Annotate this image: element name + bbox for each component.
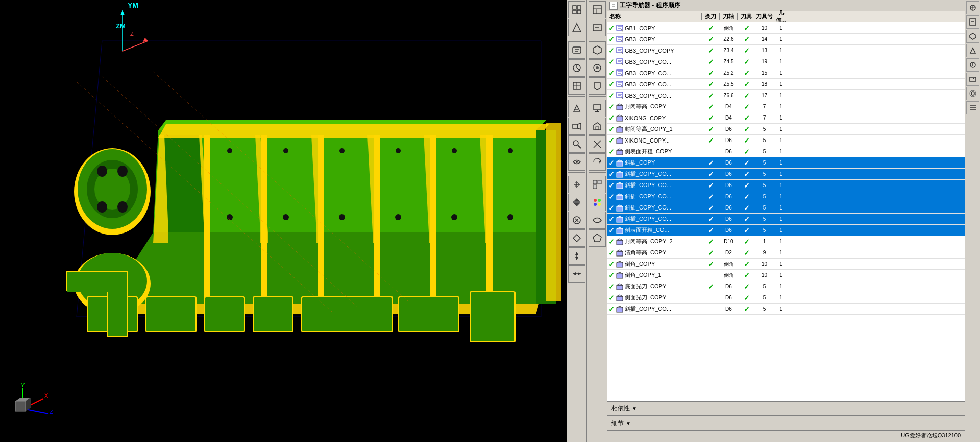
tb-btn-13[interactable] [568, 229, 585, 247]
far-btn-7[interactable] [966, 87, 979, 100]
toolbar-left [567, 0, 587, 442]
table-row[interactable]: ✓ 斜插_COPY_CO... ✓ D6 ✓ 5 1 [607, 214, 965, 225]
cell-geom: 1 [773, 239, 789, 244]
table-row[interactable]: ✓ GB3_COPY_COPY ✓ Z3.4 ✓ 13 1 [607, 45, 965, 56]
3d-viewport[interactable]: YM ZM Z X Y Z [0, 0, 567, 442]
tb-btn-2[interactable] [568, 19, 585, 36]
table-row[interactable]: ✓ 倒角_COPY ✓ 倒角 ✓ 10 1 [607, 259, 965, 270]
table-row[interactable]: ✓ 封闭等高_COPY_2 ✓ D10 ✓ 1 1 [607, 236, 965, 247]
cell-name: ✓ 清角等高_COPY [607, 249, 702, 257]
tb-btn-6[interactable] [568, 100, 585, 117]
row-type-icon [616, 80, 624, 88]
table-row[interactable]: ✓ 侧面光刀_COPY D6 ✓ 5 1 [607, 292, 965, 304]
cell-geom: 1 [773, 205, 789, 211]
table-row[interactable]: ✓ 侧表面开粗_CO... ✓ D6 ✓ 5 1 [607, 225, 965, 236]
row-type-icon [616, 181, 624, 190]
cell-geom: 1 [773, 171, 789, 177]
trb-btn-5[interactable] [589, 77, 606, 95]
tb-btn-9[interactable] [568, 153, 585, 171]
table-row[interactable]: ✓ 清角等高_COPY ✓ D2 ✓ 9 1 [607, 247, 965, 259]
table-row[interactable]: ✓ GB3_COPY_CO... ✓ Z6.6 ✓ 17 1 [607, 90, 965, 101]
table-row[interactable]: ✓ 封闭等高_COPY_1 ✓ D6 ✓ 5 1 [607, 124, 965, 135]
trb-btn-2[interactable] [589, 19, 606, 36]
table-row[interactable]: ✓ 底面光刀_COPY ✓ D6 ✓ 5 1 [607, 281, 965, 292]
tb-btn-1[interactable] [568, 1, 585, 18]
far-btn-5[interactable] [966, 58, 979, 72]
switch-check: ✓ [708, 159, 714, 167]
svg-marker-32 [546, 123, 561, 301]
svg-line-97 [577, 68, 579, 70]
table-row[interactable]: ✓ 斜插_COPY_CO... ✓ D6 ✓ 5 1 [607, 191, 965, 202]
svg-point-43 [227, 214, 233, 220]
tb-btn-8[interactable] [568, 135, 585, 153]
far-btn-3[interactable] [966, 30, 979, 43]
table-row[interactable]: ✓ GB3_COPY_CO... ✓ Z5.5 ✓ 18 1 [607, 79, 965, 90]
cell-tool: ✓ [738, 80, 755, 88]
tb-btn-12[interactable] [568, 212, 585, 229]
trb-btn-6[interactable] [589, 100, 606, 117]
trb-btn-8[interactable] [589, 135, 606, 153]
table-row[interactable]: ✓ GB1_COPY ✓ 倒角 ✓ 10 1 [607, 22, 965, 34]
cell-tool: ✓ [738, 91, 755, 100]
far-btn-6[interactable] [966, 73, 979, 86]
far-btn-4[interactable] [966, 44, 979, 57]
trb-btn-13[interactable] [589, 229, 606, 247]
trb-btn-7[interactable] [589, 118, 606, 135]
dependency-section[interactable]: 相依性 ▼ [607, 402, 965, 416]
tb-btn-7[interactable] [568, 118, 585, 135]
svg-rect-87 [573, 6, 576, 9]
trb-btn-11[interactable] [589, 194, 606, 211]
table-row[interactable]: ✓ 斜插_COPY_CO... ✓ D6 ✓ 5 1 [607, 180, 965, 191]
cell-tool: ✓ [738, 69, 755, 77]
table-row[interactable]: ✓ 斜插_COPY_CO... D6 ✓ 5 1 [607, 304, 965, 315]
trb-btn-1[interactable] [589, 1, 606, 18]
cell-toolno: 5 [755, 306, 773, 312]
cell-blade: D6 [720, 182, 738, 188]
cell-name: ✓ GB3_COPY_COPY [607, 46, 702, 55]
far-btn-2[interactable] [966, 15, 979, 29]
trb-btn-3[interactable] [589, 41, 606, 59]
operation-name: GB3_COPY_CO... [625, 59, 671, 65]
detail-section[interactable]: 细节 ▼ [607, 416, 965, 430]
table-row[interactable]: ✓ 封闭等高_COPY ✓ D4 ✓ 7 1 [607, 101, 965, 112]
col-toolno-header[interactable]: 刀具号 [755, 13, 773, 20]
col-tool-header[interactable]: 刀具 [738, 13, 755, 20]
active-check: ✓ [608, 114, 615, 122]
table-row[interactable]: ✓ 斜插_COPY_CO... ✓ D6 ✓ 5 1 [607, 169, 965, 180]
svg-point-48 [507, 214, 513, 220]
col-switch-header[interactable]: 换刀 [702, 13, 720, 20]
cell-blade: D6 [720, 194, 738, 199]
svg-marker-30 [158, 124, 549, 138]
trb-btn-12[interactable] [589, 212, 606, 229]
trb-btn-4[interactable] [589, 59, 606, 77]
far-btn-1[interactable] [966, 1, 979, 14]
trb-btn-10[interactable] [589, 176, 606, 193]
cell-name: ✓ GB3_COPY_CO... [607, 80, 702, 88]
tb-btn-11[interactable] [568, 194, 585, 211]
table-row[interactable]: ✓ XIKONG_COPY... ✓ D6 ✓ 5 1 [607, 135, 965, 146]
operation-name: 底面光刀_COPY [625, 283, 666, 290]
table-row[interactable]: ✓ GB3_COPY_CO... ✓ Z5.2 ✓ 15 1 [607, 67, 965, 79]
tb-btn-15[interactable] [568, 265, 585, 283]
row-type-icon [616, 238, 624, 246]
table-row[interactable]: ✓ 侧表面开粗_COPY D6 ✓ 5 1 [607, 146, 965, 157]
table-row[interactable]: ✓ XIKONG_COPY ✓ D4 ✓ 7 1 [607, 112, 965, 124]
table-row[interactable]: ✓ 倒角_COPY_1 倒角 ✓ 10 1 [607, 270, 965, 281]
row-type-icon [616, 91, 624, 100]
operation-table[interactable]: ✓ GB1_COPY ✓ 倒角 ✓ 10 1 ✓ GB3_COPY ✓ Z2.6… [607, 22, 965, 401]
trb-btn-9[interactable] [589, 153, 606, 171]
table-row[interactable]: ✓ GB3_COPY_CO... ✓ Z4.5 ✓ 19 1 [607, 56, 965, 67]
col-geom-header[interactable]: 几何... [773, 9, 789, 25]
tb-btn-10[interactable] [568, 176, 585, 193]
table-row[interactable]: ✓ 斜插_COPY ✓ D6 ✓ 5 1 [607, 157, 965, 169]
tb-btn-14[interactable] [568, 247, 585, 265]
far-btn-8[interactable] [966, 101, 979, 114]
tb-btn-4[interactable] [568, 59, 585, 77]
table-row[interactable]: ✓ GB3_COPY ✓ Z2.6 ✓ 14 1 [607, 34, 965, 45]
table-row[interactable]: ✓ 斜插_COPY_CO... ✓ D6 ✓ 5 1 [607, 202, 965, 214]
tb-btn-5[interactable] [568, 77, 585, 95]
col-name-header[interactable]: 名称 [607, 13, 702, 20]
row-type-icon [616, 226, 624, 235]
tb-btn-3[interactable] [568, 41, 585, 59]
col-blade-header[interactable]: 刀轴 [720, 13, 738, 20]
